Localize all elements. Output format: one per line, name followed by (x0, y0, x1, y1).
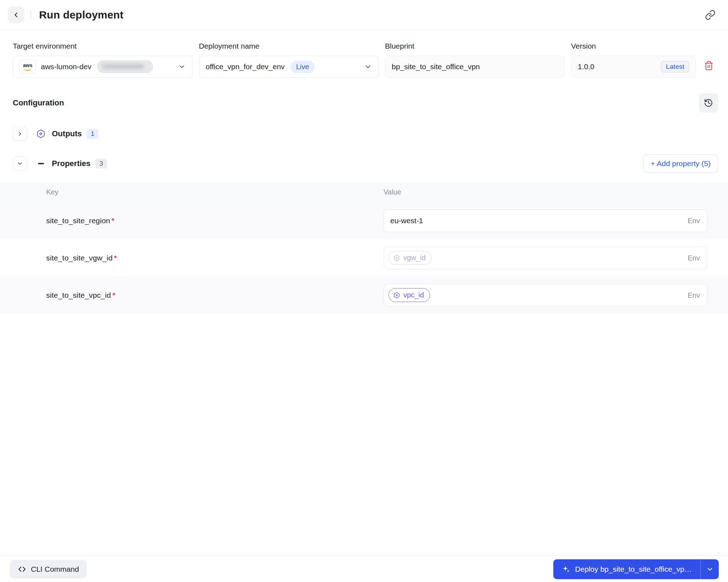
value-column-header: Value (384, 188, 707, 196)
chip-label: vgw_id (403, 254, 425, 262)
properties-collapse-button[interactable] (13, 157, 27, 171)
target-environment-select[interactable]: aws aws-lumon-dev (13, 56, 192, 78)
blueprint-value-box: bp_site_to_site_office_vpn (385, 56, 565, 78)
property-value-input[interactable]: vgw_id Env (384, 247, 707, 269)
properties-table: Key Value site_to_site_region* eu-west-1… (0, 182, 728, 314)
chevron-down-icon (706, 565, 714, 573)
property-key: site_to_site_vgw_id* (46, 254, 384, 262)
property-value-input[interactable]: vpc_id Env (384, 284, 707, 307)
latest-badge: Latest (661, 61, 689, 72)
chevron-down-icon (17, 160, 23, 167)
code-icon (18, 565, 26, 573)
required-asterisk: * (114, 254, 117, 262)
outputs-hexagon-icon (36, 129, 46, 139)
version-value-box: 1.0.0 Latest (571, 56, 696, 78)
deploy-options-button[interactable] (700, 559, 719, 579)
live-status-badge: Live (290, 61, 315, 73)
property-value-text: eu-west-1 (390, 216, 423, 225)
chevron-down-icon (178, 63, 186, 71)
target-environment-value: aws-lumon-dev (41, 62, 91, 71)
cli-command-label: CLI Command (31, 565, 79, 573)
aws-logo-icon: aws (20, 60, 36, 74)
key-column-header: Key (46, 188, 384, 196)
copy-link-button[interactable] (702, 7, 718, 23)
header-divider (31, 11, 31, 19)
configuration-header: Configuration (0, 93, 728, 112)
required-asterisk: * (112, 291, 115, 299)
page-title: Run deployment (39, 9, 124, 21)
properties-label: Properties (52, 159, 91, 168)
hexagon-icon (393, 254, 400, 262)
outputs-expand-button[interactable] (13, 127, 27, 141)
blueprint-value: bp_site_to_site_office_vpn (392, 62, 480, 71)
trash-icon (704, 61, 714, 71)
properties-minus-icon (36, 163, 46, 164)
target-environment-field: Target environment aws aws-lumon-dev (13, 42, 192, 78)
deployment-name-value: office_vpn_for_dev_env (206, 62, 285, 71)
chip-label: vpc_id (403, 291, 424, 299)
delete-deployment-cell (702, 55, 715, 77)
add-property-button[interactable]: + Add property (5) (643, 154, 718, 173)
page-header: Run deployment (0, 0, 728, 30)
outputs-count-badge: 1 (87, 129, 98, 139)
deploy-button[interactable]: Deploy bp_site_to_site_office_vp… (553, 559, 700, 579)
version-label: Version (571, 42, 696, 50)
required-asterisk: * (112, 216, 114, 225)
property-key: site_to_site_region* (46, 216, 384, 225)
env-badge[interactable]: Env (688, 291, 700, 299)
deployment-name-field: Deployment name office_vpn_for_dev_env L… (199, 42, 379, 78)
chevron-down-icon (364, 63, 372, 71)
env-badge[interactable]: Env (688, 216, 700, 225)
property-key: site_to_site_vpc_id* (46, 291, 384, 300)
version-field: Version 1.0.0 Latest (571, 42, 696, 78)
outputs-label: Outputs (52, 129, 82, 138)
table-row: site_to_site_region* eu-west-1 Env (0, 202, 728, 239)
property-value-input[interactable]: eu-west-1 Env (384, 209, 707, 232)
outputs-section-row: Outputs 1 (0, 127, 728, 141)
env-badge[interactable]: Env (688, 254, 700, 262)
deployment-name-label: Deployment name (199, 42, 379, 50)
back-button[interactable] (8, 7, 24, 23)
table-header-row: Key Value (0, 182, 728, 202)
target-environment-label: Target environment (13, 42, 192, 50)
history-icon (704, 98, 713, 108)
redacted-environment-id (97, 60, 153, 73)
configuration-title: Configuration (13, 98, 64, 108)
blueprint-field: Blueprint bp_site_to_site_office_vpn (385, 42, 565, 78)
sparkles-icon (562, 565, 570, 573)
deployment-form-row: Target environment aws aws-lumon-dev Dep… (0, 30, 728, 78)
footer-bar: CLI Command Deploy bp_site_to_site_offic… (0, 556, 728, 582)
history-button[interactable] (699, 93, 718, 112)
blueprint-label: Blueprint (385, 42, 565, 50)
chevron-right-icon (17, 131, 23, 137)
deploy-label: Deploy bp_site_to_site_office_vp… (575, 565, 692, 573)
table-row: site_to_site_vpc_id* vpc_id Env (0, 276, 728, 314)
version-value: 1.0.0 (578, 62, 594, 71)
output-chip-vpc-id[interactable]: vpc_id (389, 288, 430, 302)
properties-count-badge: 3 (96, 159, 107, 169)
output-chip-vgw-id[interactable]: vgw_id (389, 251, 431, 265)
hexagon-icon (393, 292, 400, 299)
link-icon (705, 10, 716, 20)
delete-deployment-button[interactable] (704, 61, 714, 71)
cli-command-button[interactable]: CLI Command (10, 560, 87, 578)
deploy-split-button: Deploy bp_site_to_site_office_vp… (553, 559, 719, 579)
properties-section-row: Properties 3 + Add property (5) (0, 154, 728, 173)
chevron-left-icon (12, 11, 20, 19)
table-row: site_to_site_vgw_id* vgw_id Env (0, 239, 728, 276)
deployment-name-select[interactable]: office_vpn_for_dev_env Live (199, 56, 379, 78)
